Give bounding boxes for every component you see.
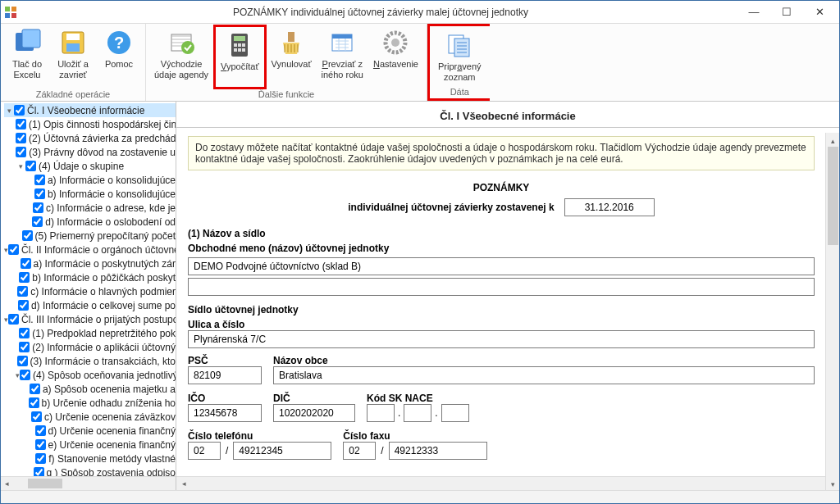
tree-item[interactable]: a) Informácie o poskytnutých zár: [34, 258, 176, 270]
btn-prevziat[interactable]: Prevziať z iného roku: [317, 25, 368, 89]
btn-pripraveny-zoznam[interactable]: Pripravený zoznam: [433, 27, 486, 87]
tree-checkbox[interactable]: [19, 328, 30, 338]
info-box: Do zostavy môžete načítať kontaktné údaj…: [188, 136, 815, 170]
obec-input[interactable]: [273, 366, 815, 384]
dic-input[interactable]: [273, 404, 355, 422]
nace-input-2[interactable]: [404, 404, 431, 422]
tree-checkbox[interactable]: [31, 411, 42, 422]
tree-item[interactable]: (2) Informácie o aplikácii účtovný: [32, 342, 176, 353]
tel-prefix-input[interactable]: [188, 442, 221, 460]
scroll-up-icon[interactable]: ▴: [827, 134, 839, 147]
obch-meno-input[interactable]: [188, 257, 815, 275]
tree-checkbox[interactable]: [22, 230, 33, 241]
scroll-left-icon[interactable]: ◂: [178, 479, 190, 488]
tree-checkbox[interactable]: [14, 105, 25, 116]
nace-input-3[interactable]: [441, 404, 469, 422]
btn-pomoc[interactable]: ? Pomoc: [96, 25, 142, 89]
tree-checkbox[interactable]: [21, 258, 31, 269]
fax-number-input[interactable]: [389, 442, 487, 460]
expander-icon[interactable]: ▾: [16, 162, 25, 170]
content-panel: Čl. I Všeobecné informácie Do zostavy mô…: [176, 102, 839, 490]
tree-item[interactable]: Čl. III Informácie o prijatých postupo: [21, 314, 176, 325]
tree-checkbox[interactable]: [19, 272, 30, 283]
tree-checkbox[interactable]: [19, 342, 30, 352]
tree-item[interactable]: c) Určenie ocenenia záväzkov: [44, 411, 176, 423]
tree-item[interactable]: Čl. I Všeobecné informácie: [27, 105, 144, 116]
list-icon: [445, 30, 474, 60]
tree-item[interactable]: (1) Opis činnosti hospodárskej čin: [29, 119, 176, 130]
tree-item[interactable]: (5) Priemerný prepočítaný počet: [35, 230, 176, 242]
btn-tlac-excel[interactable]: Tlač do Excelu: [4, 25, 50, 89]
tree-checkbox[interactable]: [16, 119, 26, 129]
tree-checkbox[interactable]: [34, 175, 45, 185]
tree-checkbox[interactable]: [18, 300, 29, 311]
tree-checkbox[interactable]: [20, 370, 30, 380]
tree-item[interactable]: d) Informácie o celkovej sume po: [31, 300, 176, 311]
content-horizontal-scrollbar[interactable]: ◂ ▸: [176, 476, 839, 490]
nav-tree[interactable]: ▾Čl. I Všeobecné informácie (1) Opis čin…: [1, 102, 176, 490]
fax-prefix-input[interactable]: [343, 442, 376, 460]
psc-label: PSČ: [188, 355, 262, 366]
tree-checkbox[interactable]: [32, 216, 43, 227]
ico-input[interactable]: [188, 404, 262, 422]
psc-input[interactable]: [188, 366, 262, 384]
scrollbar-thumb[interactable]: [828, 147, 838, 245]
btn-vypocitat[interactable]: Vypočítať: [213, 25, 267, 89]
tree-item[interactable]: (3) Právny dôvod na zostavenie u: [29, 147, 176, 158]
tree-checkbox[interactable]: [17, 356, 28, 366]
btn-nastavenie[interactable]: Nastavenie: [368, 25, 423, 89]
svg-rect-7: [66, 34, 80, 40]
tree-checkbox[interactable]: [35, 453, 46, 464]
tree-item[interactable]: a) Informácie o konsolidujúce: [48, 175, 176, 186]
tree-item[interactable]: b) Informácie o pôžičkách poskyt: [32, 272, 176, 284]
tree-item[interactable]: (4) Údaje o skupine: [39, 161, 124, 172]
svg-rect-19: [238, 48, 241, 52]
minimize-button[interactable]: —: [737, 3, 770, 21]
btn-vynulovat[interactable]: Vynulovať: [267, 25, 317, 89]
tree-checkbox[interactable]: [25, 161, 36, 171]
tree-checkbox[interactable]: [8, 244, 19, 255]
btn-ulozit-zavriet[interactable]: Uložiť a zavrieť: [50, 25, 96, 89]
scrollbar-thumb[interactable]: [28, 479, 62, 488]
tree-item[interactable]: d) Určenie ocenenia finančný: [48, 425, 176, 437]
tree-checkbox[interactable]: [17, 286, 28, 297]
svg-point-25: [391, 39, 399, 47]
excel-print-icon: [12, 28, 42, 57]
tree-checkbox[interactable]: [30, 384, 40, 394]
obch-meno-input-2[interactable]: [188, 278, 815, 296]
tree-item[interactable]: b) Informácie o konsolidujúce: [48, 188, 176, 200]
expander-icon[interactable]: ▾: [4, 107, 14, 115]
tree-checkbox[interactable]: [35, 425, 46, 436]
tree-item[interactable]: (3) Informácie o transakciách, kto: [30, 356, 176, 367]
scroll-down-icon[interactable]: ▾: [827, 478, 839, 490]
tree-checkbox[interactable]: [16, 133, 26, 143]
tel-number-input[interactable]: [233, 442, 331, 460]
tree-item[interactable]: f) Stanovenie metódy vlastné: [48, 453, 176, 465]
sidlo-label: Sídlo účtovnej jednotky: [188, 304, 815, 316]
tree-checkbox[interactable]: [35, 439, 46, 450]
group-label-functions: Ďalšie funkcie: [149, 89, 423, 101]
ulica-input[interactable]: [188, 330, 815, 348]
tree-item[interactable]: (1) Predpoklad nepretržitého pok: [32, 328, 176, 339]
tree-item[interactable]: a) Spôsob ocenenia majetku a: [43, 384, 176, 395]
tree-checkbox[interactable]: [33, 202, 43, 213]
tree-item[interactable]: (2) Účtovná závierka za predchád: [29, 133, 176, 144]
tree-item[interactable]: c) Informácie o hlavných podmier: [30, 286, 176, 297]
date-input[interactable]: [564, 198, 655, 216]
tree-item[interactable]: e) Určenie ocenenia finančný: [48, 439, 176, 451]
tree-item[interactable]: b) Určenie odhadu zníženia ho: [42, 397, 176, 409]
nace-input-1[interactable]: [367, 404, 395, 422]
tree-checkbox[interactable]: [16, 147, 26, 157]
tree-item[interactable]: c) Informácie o adrese, kde je: [46, 202, 176, 214]
content-vertical-scrollbar[interactable]: ▴ ▾: [825, 133, 839, 490]
tree-checkbox[interactable]: [8, 314, 19, 325]
tree-checkbox[interactable]: [29, 397, 39, 408]
btn-vychodzie-udaje[interactable]: Východzie údaje agendy: [149, 25, 213, 89]
tree-horizontal-scrollbar[interactable]: ◂: [1, 476, 176, 490]
tree-checkbox[interactable]: [34, 188, 45, 199]
maximize-button[interactable]: ☐: [770, 3, 803, 21]
tree-item[interactable]: d) Informácie o oslobodení od: [45, 216, 176, 228]
close-button[interactable]: ✕: [803, 3, 836, 21]
tree-item[interactable]: (4) Spôsob oceňovania jednotlivý: [33, 370, 176, 381]
tree-item[interactable]: Čl. II Informácie o orgánoch účtovne: [21, 244, 176, 256]
